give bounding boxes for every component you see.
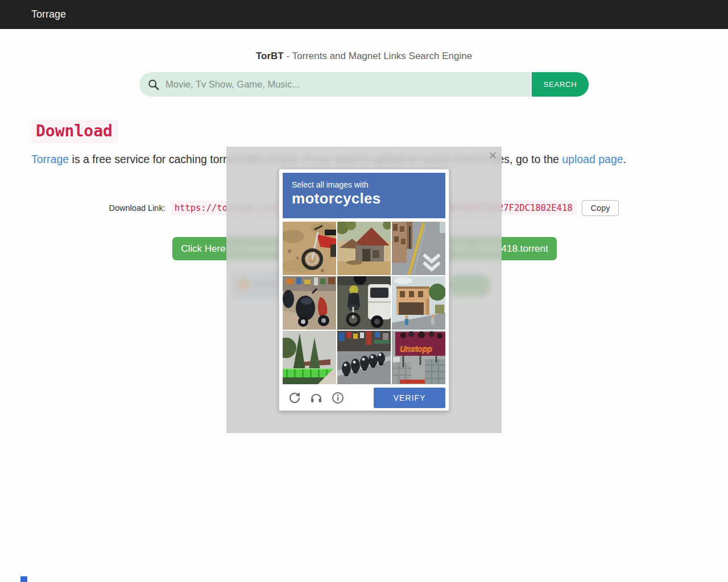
upload-page-link[interactable]: upload page <box>562 153 623 165</box>
captcha-tile-9[interactable]: Unstopp <box>392 331 445 384</box>
info-icon[interactable] <box>331 391 345 405</box>
billboard-text: Unstopp <box>400 344 432 354</box>
captcha-instruction-big: motorcycles <box>292 190 436 207</box>
captcha-tile-4[interactable] <box>283 276 336 330</box>
captcha-grid: Unstopp <box>283 222 445 384</box>
site-title: TorBT - Torrents and Magnet Links Search… <box>0 51 728 62</box>
copy-button[interactable]: Copy <box>582 200 619 216</box>
captcha-tile-8[interactable] <box>337 331 391 384</box>
headphones-icon[interactable] <box>309 391 323 405</box>
download-heading-text: Download <box>31 120 118 143</box>
site-title-bold: TorBT <box>256 51 284 61</box>
captcha-tile-3[interactable] <box>392 222 445 275</box>
search-bar: SEARCH <box>139 72 589 97</box>
captcha-card: Select all images with motorcycles <box>279 169 449 411</box>
captcha-footer: VERIFY <box>283 384 445 411</box>
captcha-overlay: × Select all images with motorcycles <box>226 147 502 433</box>
site-title-rest: - Torrents and Magnet Links Search Engin… <box>286 51 472 61</box>
captcha-instructions: Select all images with motorcycles <box>283 173 445 218</box>
search-button[interactable]: SEARCH <box>532 72 589 97</box>
intro-text-2: . <box>623 153 626 165</box>
captcha-instruction-small: Select all images with <box>292 180 436 189</box>
captcha-tile-2[interactable] <box>337 222 391 275</box>
close-icon[interactable]: × <box>489 148 497 163</box>
page: Torrage TorBT - Torrents and Magnet Link… <box>0 0 728 582</box>
search-input[interactable] <box>160 79 532 90</box>
captcha-tile-5[interactable] <box>337 276 391 330</box>
captcha-tile-6[interactable] <box>392 276 445 330</box>
refresh-icon[interactable] <box>288 391 301 405</box>
top-navbar: Torrage <box>0 0 728 29</box>
search-icon <box>147 78 160 91</box>
bottom-left-fragment <box>20 576 27 582</box>
download-link-label: Download Link: <box>109 203 166 213</box>
torrage-link[interactable]: Torrage <box>31 153 69 165</box>
captcha-tile-1[interactable] <box>283 222 336 275</box>
download-section-heading: Download <box>31 120 118 143</box>
captcha-tile-7[interactable] <box>283 331 336 384</box>
verify-button[interactable]: VERIFY <box>374 388 445 408</box>
brand-link[interactable]: Torrage <box>31 9 66 20</box>
